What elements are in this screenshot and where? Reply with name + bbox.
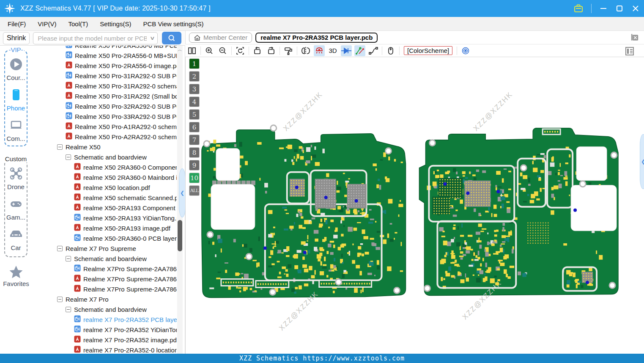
search-button[interactable] xyxy=(162,32,181,44)
tree-file-row[interactable]: Realme X7Pro Supreme-2AA786 i xyxy=(30,274,177,284)
menu-item-4[interactable]: PCB View settings(S) xyxy=(137,17,209,30)
layer-button-8[interactable]: 8 xyxy=(189,147,200,158)
layer-button-4[interactable]: 4 xyxy=(189,96,200,107)
maximize-button[interactable] xyxy=(615,4,624,13)
tree-group-row[interactable]: Schematic and boardview xyxy=(30,253,177,264)
tree-file-row[interactable]: Realme X50 Pro-2RA556-0 MB+SUB xyxy=(30,50,177,60)
tree-file-row[interactable]: Realme X50 Pro-2RA556-0 MB PCB l xyxy=(30,46,177,50)
layer-button-5[interactable]: 5 xyxy=(189,109,200,120)
tree-file-row[interactable]: Realme X7Pro Supreme-2AA786 l xyxy=(30,264,177,274)
tree-file-row[interactable]: realme X7 Pro-2RA352-0 location xyxy=(30,345,177,354)
tree-file-row[interactable]: realme X50-2RA193 Component e xyxy=(30,203,177,213)
measure-icon[interactable] xyxy=(354,45,365,56)
model-search-input[interactable] xyxy=(38,35,147,42)
tree-file-row[interactable]: realme X7 Pro-2RA352 YiDianTon xyxy=(30,324,177,335)
3d-view-button[interactable]: 3D xyxy=(327,45,338,56)
tree-item-label: Realme X50 xyxy=(66,143,101,151)
tree-group-row[interactable]: Realme X7 Pro xyxy=(30,294,177,304)
layer-button-1[interactable]: 1 xyxy=(189,58,200,69)
collapse-tabbar-icon[interactable] xyxy=(630,33,639,41)
collapse-toggle-icon[interactable] xyxy=(57,297,63,302)
tree-file-row[interactable]: Realme X50 Pro-31RA292 (Small bo xyxy=(30,91,177,101)
tab-label: realme X7 Pro-2RA352 PCB layer.pcb xyxy=(260,34,373,41)
layer-button-9[interactable]: 9 xyxy=(189,160,200,170)
layer-button-6[interactable]: 6 xyxy=(189,122,200,132)
tree-file-row[interactable]: realme X50-2RA360-0 PCB layer.p xyxy=(30,233,177,243)
sidebar-item-com[interactable]: Com... xyxy=(5,118,27,142)
tab-active-pcb-file[interactable]: realme X7 Pro-2RA352 PCB layer.pcb xyxy=(255,33,378,43)
tree-file-row[interactable]: realme X50 2RA360-0 Mainbord i xyxy=(30,172,177,182)
layer-button-7[interactable]: 7 xyxy=(189,135,200,145)
tree-file-row[interactable]: Realme X50 Pro-A2RA292-0 schema xyxy=(30,132,177,142)
tree-file-row[interactable]: Realme X50 Pro-31RA292-0 SUB PCE xyxy=(30,71,177,81)
tree-collapse-handle[interactable]: ❮ xyxy=(179,168,186,217)
tree-file-row[interactable]: Realme X50 Pro-A1RA292-0 schema xyxy=(30,121,177,132)
vip-briefcase-icon[interactable] xyxy=(573,3,584,14)
pdf-file-icon xyxy=(66,122,72,131)
sidebar-item-drone[interactable]: Drone xyxy=(5,167,27,190)
sidebar-item-favorites[interactable]: Favorites xyxy=(0,265,32,287)
highlight-lamp-icon[interactable] xyxy=(314,45,325,56)
refresh-selection-icon[interactable] xyxy=(235,45,246,56)
minimize-button[interactable] xyxy=(599,4,608,13)
menu-item-1[interactable]: VIP(V) xyxy=(32,17,62,30)
tree-group-row[interactable]: Schematic and boardview xyxy=(30,152,177,162)
pcb-canvas[interactable]: 12345678910ALL XZZ@XZZHKXZZ@XZZHKXZZ@XZZ… xyxy=(185,57,644,354)
colorscheme-button[interactable]: [ColorScheme] xyxy=(404,46,452,55)
tree-file-row[interactable]: realme X50 schematic Scanned.p xyxy=(30,192,177,203)
sidebar-item-gam[interactable]: Gam... xyxy=(5,197,27,221)
flip-horizontal-icon[interactable] xyxy=(300,45,311,56)
rightpanel-collapse-handle[interactable]: ❮ xyxy=(640,134,644,189)
tree-file-row[interactable]: Realme X50 Pro-2RA556-0 image.pd xyxy=(30,60,177,71)
sidebar-item-car[interactable]: Car xyxy=(5,228,27,251)
curve-icon[interactable] xyxy=(368,45,379,56)
split-view-icon[interactable] xyxy=(186,45,197,56)
chevron-down-icon[interactable]: ∨ xyxy=(149,35,155,41)
pcb-board-view[interactable]: XZZ@XZZHKXZZ@XZZHKXZZ@XZZHKXZZ@XZZHK xyxy=(186,57,644,353)
tree-file-row[interactable]: Realme X50 Pro-33RA292-0 SUB PCE xyxy=(30,111,177,121)
tree-file-row[interactable]: realme X50 2RA360-0 Componen xyxy=(30,162,177,172)
tree-file-row[interactable]: realme X50-2RA193 image.pdf xyxy=(30,223,177,233)
layer-button-all[interactable]: ALL xyxy=(189,185,200,196)
layer-button-2[interactable]: 2 xyxy=(189,71,200,82)
menu-item-3[interactable]: Settings(S) xyxy=(94,17,137,30)
multilayer-eye-icon[interactable] xyxy=(460,45,471,56)
layer-button-3[interactable]: 3 xyxy=(189,84,200,94)
collapse-toggle-icon[interactable] xyxy=(57,144,63,150)
panel-toggle-icon[interactable] xyxy=(624,46,635,57)
shrink-button[interactable]: Shrink xyxy=(3,32,30,44)
rotate-left-icon[interactable] xyxy=(252,45,263,56)
layer-button-10[interactable]: 10 xyxy=(189,173,200,183)
sidebar-item-cour[interactable]: Cour... xyxy=(5,58,27,81)
app-window: XZZ Schematics V4.77 [ VIP Due date: 202… xyxy=(0,0,644,363)
collapse-toggle-icon[interactable] xyxy=(66,256,71,261)
sidebar-item-phone[interactable]: Phone xyxy=(5,88,27,112)
mouse-icon[interactable] xyxy=(385,45,396,56)
tree-file-row[interactable]: realme X7 Pro-2RA352 image.pdf xyxy=(30,335,177,345)
tree-file-row[interactable]: realme X50 location.pdf xyxy=(30,182,177,192)
collapse-toggle-icon[interactable] xyxy=(66,154,71,160)
rotate-right-icon[interactable] xyxy=(266,45,277,56)
zoom-out-icon[interactable] xyxy=(217,45,228,56)
tree-file-row[interactable]: realme X7 Pro-2RA352 PCB layer.p xyxy=(30,314,177,324)
zoom-in-icon[interactable] xyxy=(204,45,215,56)
diode-icon[interactable] xyxy=(341,45,352,56)
paint-roller-icon[interactable] xyxy=(283,45,294,56)
collapse-toggle-icon[interactable] xyxy=(66,307,71,312)
tree-scrollbar-thumb[interactable] xyxy=(178,220,182,251)
search-icon xyxy=(167,34,176,42)
menu-item-2[interactable]: Tool(T) xyxy=(63,17,94,30)
tree-group-row[interactable]: Schematic and boardview xyxy=(30,304,177,314)
pdf-file-icon xyxy=(74,285,81,293)
tab-member-center[interactable]: Member Center xyxy=(189,33,252,43)
collapse-toggle-icon[interactable] xyxy=(57,246,63,251)
tree-group-row[interactable]: Realme X7 Pro Supreme xyxy=(30,243,177,253)
svg-text:XZZ@XZZHK: XZZ@XZZHK xyxy=(472,90,514,132)
tree-file-row[interactable]: Realme X7Pro Supreme-2AA786- xyxy=(30,284,177,294)
tree-file-row[interactable]: realme X50-2RA193 YiDianTong.p xyxy=(30,213,177,223)
menu-item-0[interactable]: File(F) xyxy=(0,17,32,30)
close-button[interactable] xyxy=(631,4,640,13)
tree-file-row[interactable]: Realme X50 Pro-32RA292-0 SUB PCE xyxy=(30,101,177,111)
tree-file-row[interactable]: Realme X50 Pro-31RA292-0 schemat xyxy=(30,81,177,91)
tree-group-row[interactable]: Realme X50 xyxy=(30,142,177,152)
